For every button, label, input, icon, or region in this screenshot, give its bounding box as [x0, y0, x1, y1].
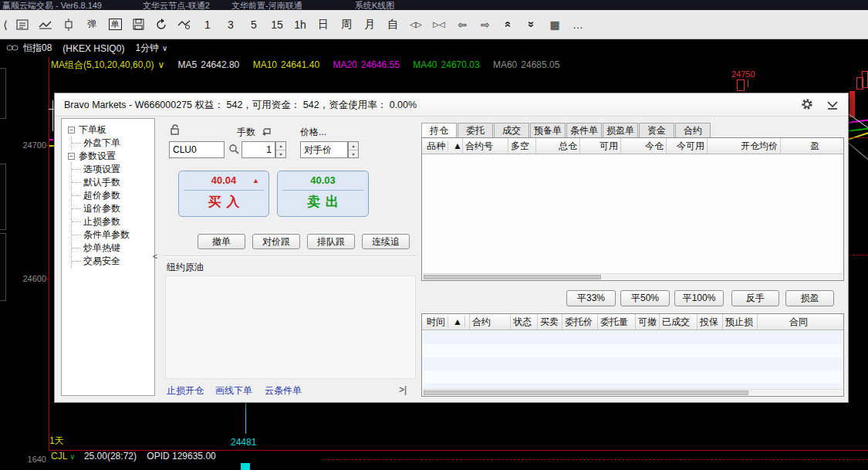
line-chart-icon[interactable]	[34, 13, 57, 36]
period-week-button[interactable]: 周	[335, 13, 358, 36]
period-badge[interactable]: 1天	[49, 434, 64, 448]
indicator-symbol[interactable]: CJL	[51, 451, 67, 462]
col-order-qty[interactable]: 委托量	[598, 314, 636, 330]
stop-profit-button[interactable]: 损盈	[785, 290, 834, 306]
left-edge-panel-tab[interactable]	[0, 233, 6, 301]
period-day-button[interactable]: 日	[312, 13, 335, 36]
price-stepper[interactable]: ▴▾	[348, 141, 359, 158]
tree-item-chase-price[interactable]: 追价参数	[72, 202, 154, 215]
zoom-out-icon[interactable]: »	[520, 13, 543, 36]
gear-icon[interactable]	[801, 98, 813, 113]
candlestick-icon[interactable]	[57, 13, 80, 36]
expand-panel-arrow[interactable]: >|	[399, 384, 407, 395]
grid-layout-icon[interactable]: ▦	[543, 13, 566, 36]
col-today-available[interactable]: 今可用	[667, 138, 708, 154]
lots-stepper[interactable]: ▴▾	[275, 141, 286, 158]
dialog-titlebar[interactable]: Bravo Markets - W666000275 权益： 542，可用资金：…	[55, 93, 848, 117]
period-month-button[interactable]: 月	[358, 13, 381, 36]
tree-item-parameter-settings[interactable]: −参数设置	[62, 150, 154, 163]
col-contract-no[interactable]: 合约号	[463, 138, 508, 154]
period-1hour-button[interactable]: 1h	[289, 13, 312, 36]
lots-cycle-icon[interactable]	[262, 126, 272, 140]
close-33pct-button[interactable]: 平33%	[566, 290, 616, 306]
search-icon[interactable]	[228, 144, 239, 157]
unlock-icon[interactable]	[170, 124, 181, 138]
tab-period[interactable]: 1分钟	[135, 42, 159, 55]
tree-item-external-order[interactable]: 外盘下单	[72, 137, 154, 150]
chevron-down-icon[interactable]: ∨	[69, 452, 75, 461]
scroll-marker[interactable]	[241, 463, 250, 470]
close-50pct-button[interactable]: 平50%	[620, 290, 670, 306]
more-icon[interactable]: …	[566, 13, 589, 36]
zoom-in-icon[interactable]: «	[497, 13, 520, 36]
page-flip-icon[interactable]: ◁▷	[404, 13, 427, 36]
tree-item-stop-loss[interactable]: 止损参数	[72, 215, 154, 228]
tree-item-hotkeys[interactable]: 炒单热键	[72, 242, 154, 255]
tab-condition-orders[interactable]: 条件单	[566, 123, 602, 137]
queue-follow-button[interactable]: 排队跟	[307, 234, 355, 249]
close-100pct-button[interactable]: 平100%	[674, 290, 724, 306]
sell-button[interactable]: 40.03 卖出	[277, 171, 369, 217]
col-available[interactable]: 可用	[580, 138, 621, 154]
col-buy-sell[interactable]: 买卖	[538, 314, 562, 330]
report-list-icon[interactable]	[11, 13, 34, 36]
col-direction[interactable]: 多空	[508, 138, 536, 154]
col-status[interactable]: 状态	[511, 314, 538, 330]
price-mode-select[interactable]: 对手价	[300, 141, 348, 158]
continuous-chase-button[interactable]: 连续追	[362, 234, 410, 249]
col-total-position[interactable]: 总仓	[536, 138, 580, 154]
col-pre-stop[interactable]: 预止损	[723, 314, 758, 330]
col-product[interactable]: 品种▲	[422, 138, 463, 154]
lots-input[interactable]	[241, 141, 275, 158]
orders-hscrollbar[interactable]	[423, 389, 843, 395]
refresh-icon[interactable]	[150, 13, 173, 36]
stop-open-link[interactable]: 止损开仓	[167, 384, 204, 397]
contract-input[interactable]	[169, 141, 225, 158]
reverse-position-button[interactable]: 反手	[731, 290, 779, 306]
col-time[interactable]: 时间▲	[422, 314, 470, 330]
popup-order-icon[interactable]: 弹	[80, 13, 103, 36]
tab-prepared-orders[interactable]: 预备单	[530, 123, 566, 137]
col-order-price[interactable]: 委托价	[562, 314, 598, 330]
tree-item-default-lots[interactable]: 默认手数	[72, 176, 154, 189]
pan-right-icon[interactable]: ⇨	[474, 13, 497, 36]
cloud-condition-order-link[interactable]: 云条件单	[265, 384, 302, 397]
draw-line-order-link[interactable]: 画线下单	[215, 384, 252, 397]
col-contract[interactable]: 合约	[470, 314, 511, 330]
left-edge-panel-tab[interactable]	[0, 68, 6, 119]
tree-collapse-handle[interactable]: <	[150, 248, 160, 265]
follow-price-button[interactable]: 对价跟	[252, 234, 300, 249]
edge-partial-icon[interactable]: ⟨	[0, 13, 11, 36]
cancel-order-button[interactable]: 撤单	[198, 234, 245, 249]
tree-item-over-price[interactable]: 超价参数	[72, 189, 154, 202]
col-today-position[interactable]: 今仓	[621, 138, 667, 154]
col-open-avg-price[interactable]: 开仓均价	[708, 138, 781, 154]
collapse-box-icon[interactable]: −	[68, 153, 75, 160]
col-hedge[interactable]: 投保	[697, 314, 723, 330]
period-5min-button[interactable]: 5	[242, 13, 265, 36]
col-filled[interactable]: 已成交	[660, 314, 697, 330]
period-1min-button[interactable]: 1	[196, 13, 219, 36]
tab-funds[interactable]: 资金	[639, 123, 674, 137]
col-contract-id[interactable]: 合同	[758, 314, 843, 330]
left-edge-panel-tab[interactable]	[0, 164, 6, 230]
overlay-chart-icon[interactable]	[173, 13, 196, 36]
period-3min-button[interactable]: 3	[219, 13, 242, 36]
tab-symbol[interactable]: 恒指08	[23, 42, 52, 55]
pan-left-icon[interactable]: ⇦	[451, 13, 474, 36]
tab-contracts[interactable]: 合约	[675, 123, 711, 137]
tab-orders[interactable]: 委托	[458, 123, 493, 137]
period-custom-button[interactable]: 自	[381, 13, 404, 36]
save-icon[interactable]	[127, 13, 150, 36]
col-cancelable[interactable]: 可撤	[636, 314, 660, 330]
collapse-box-icon[interactable]: −	[68, 127, 75, 134]
ma-group-label[interactable]: MA组合(5,10,20,40,60,0)∨	[51, 59, 164, 70]
tree-item-option-settings[interactable]: 选项设置	[72, 163, 154, 176]
col-profit[interactable]: 盈	[781, 138, 843, 154]
order-board-icon[interactable]: 单	[103, 13, 127, 36]
tree-item-order-board[interactable]: −下单板	[62, 123, 154, 137]
tab-fills[interactable]: 成交	[494, 123, 529, 137]
tab-stop-profit-orders[interactable]: 损盈单	[603, 123, 638, 137]
buy-button[interactable]: 40.04▲ 买入	[178, 171, 269, 217]
compress-icon[interactable]: ▷◁	[427, 13, 451, 36]
